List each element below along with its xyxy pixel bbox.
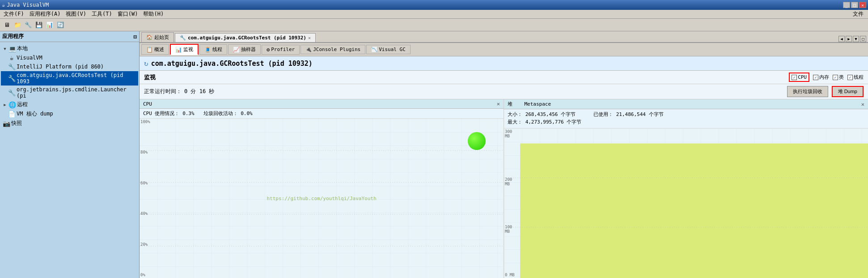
tab-main-icon: 🔧: [180, 35, 186, 41]
heap-used-value: 21,486,544 个字节: [616, 111, 664, 117]
sidebar-gcroots-label: com.atguigu.java.GCRootsTest (pid 1093: [17, 72, 136, 85]
sidebar-item-intellij[interactable]: 🔧 IntelliJ Platform (pid 860): [1, 62, 138, 71]
inner-tab-threads[interactable]: 🧵 线程: [199, 44, 227, 55]
inner-tab-profiler[interactable]: ⚙ Profiler: [262, 45, 300, 55]
cpu-check-icon: ✓: [792, 75, 797, 80]
toolbar-btn-2[interactable]: 📁: [13, 20, 22, 30]
heap-max-value: 4,273,995,776 个字节: [525, 119, 582, 125]
heap-chart-svg: [504, 128, 868, 278]
sidebar-item-visualvm[interactable]: ☕ VisualVM: [1, 53, 138, 62]
monitor-controls: ✓ CPU ✓ 内存 ✓ 类 ✓ 线程: [789, 73, 864, 82]
refresh-icon: ↻: [144, 59, 148, 68]
svg-rect-6: [520, 143, 868, 278]
inner-tab-sampler[interactable]: 📈 抽样器: [228, 44, 261, 55]
cpu-chart-close[interactable]: ✕: [497, 101, 500, 107]
profiler-tab-icon: ⚙: [267, 47, 270, 53]
toolbar-btn-4[interactable]: 💾: [34, 20, 44, 30]
cpu-y-60: 60%: [140, 181, 155, 185]
heap-used-label-text: 已使用：: [593, 111, 613, 117]
heap-chart-header: 堆 Metaspace ✕: [504, 99, 868, 109]
cpu-y-0: 0%: [140, 273, 155, 277]
heap-y-100: 100 MB: [505, 225, 519, 234]
visualgc-tab-icon: 📉: [371, 47, 377, 52]
menu-applications[interactable]: 应用程序(A): [27, 10, 64, 18]
cpu-y-100: 100%: [140, 120, 155, 124]
tab-start-label: 起始页: [154, 34, 169, 41]
sidebar-item-gcroots[interactable]: 🔧 com.atguigu.java.GCRootsTest (pid 1093: [1, 71, 138, 86]
inner-tab-threads-label: 线程: [212, 46, 222, 53]
tab-nav-next[interactable]: ▶: [846, 36, 852, 42]
toolbar-btn-6[interactable]: 🔄: [55, 20, 65, 30]
tab-main-close[interactable]: ✕: [308, 35, 311, 40]
inner-tab-monitor[interactable]: 📊 监视: [170, 44, 199, 55]
menu-tools[interactable]: 工具(T): [89, 10, 115, 18]
menu-help[interactable]: 帮助(H): [140, 10, 166, 18]
menu-window[interactable]: 窗口(W): [115, 10, 141, 18]
window-title: Java VisualVM: [7, 2, 49, 8]
sidebar-item-snapshot[interactable]: 📷 快照: [1, 119, 138, 128]
monitor-content: ↻ com.atguigu.java.GCRootsTest (pid 1093…: [140, 56, 868, 278]
tab-nav-max[interactable]: □: [860, 36, 866, 42]
heap-max-label: 最大： 4,273,995,776 个字节: [508, 119, 581, 125]
inner-tab-overview-label: 概述: [154, 46, 164, 53]
launcher-icon: 🔧: [8, 89, 15, 96]
sidebar-item-vmdump[interactable]: 📄 VM 核心 dump: [1, 109, 138, 119]
minimize-button[interactable]: _: [843, 2, 850, 8]
heap-dump-button[interactable]: 堆 Dump: [832, 86, 864, 97]
checkbox-threads[interactable]: ✓ 线程: [847, 74, 864, 81]
tab-controls: ◀ ▶ ▼ □: [838, 36, 866, 42]
sampler-tab-icon: 📈: [233, 47, 240, 53]
monitor-tab-icon: 📊: [175, 47, 182, 53]
cpu-gc-label: 垃圾回收活动： 0.0%: [203, 110, 253, 117]
charts-area: CPU ✕ CPU 使用情况： 0.3% 垃圾回收活动： 0.0%: [140, 99, 868, 278]
metaspace-title-text: Metaspace: [525, 101, 551, 107]
tab-nav-down[interactable]: ▼: [853, 36, 859, 42]
toolbar-btn-1[interactable]: 🖥: [2, 20, 12, 30]
overview-tab-icon: 📋: [146, 47, 153, 53]
toolbar-btn-3[interactable]: 🔧: [23, 20, 33, 30]
uptime-value: 0 分 16 秒: [184, 88, 214, 95]
sidebar-item-launcher[interactable]: 🔧 org.jetbrains.jps.cmdline.Launcher (pi: [1, 86, 138, 100]
sidebar-collapse-icon[interactable]: ⊟: [134, 34, 137, 40]
checkbox-memory[interactable]: ✓ 内存: [813, 74, 829, 81]
cpu-chart-header: CPU ✕: [140, 99, 504, 109]
jconsole-tab-icon: 🔌: [305, 47, 312, 52]
maximize-button[interactable]: □: [851, 2, 858, 8]
sidebar-remote-label: 远程: [17, 101, 28, 108]
cpu-gc-label-text: 垃圾回收活动：: [203, 111, 238, 116]
monitor-section-label: 监视: [144, 73, 156, 81]
inner-tab-visualgc[interactable]: 📉 Visual GC: [366, 45, 411, 54]
heap-stat-row-2: 最大： 4,273,995,776 个字节: [508, 119, 864, 125]
tab-nav-prev[interactable]: ◀: [838, 36, 845, 42]
cpu-chart-stats: CPU 使用情况： 0.3% 垃圾回收活动： 0.0%: [140, 109, 504, 119]
toolbar-btn-5[interactable]: 📊: [45, 20, 55, 30]
menu-file[interactable]: 文件(F): [1, 10, 27, 18]
cpu-y-80: 80%: [140, 150, 155, 154]
visualvm-icon: ☕: [8, 54, 15, 61]
gc-button[interactable]: 执行垃圾回收: [787, 86, 828, 97]
tab-start[interactable]: 🏠 起始页: [141, 32, 174, 42]
main-layout: 应用程序 ⊟ ▼ 💻 本地 ☕ VisualVM 🔧 IntelliJ Plat…: [0, 31, 868, 278]
inner-tab-overview[interactable]: 📋 概述: [141, 44, 169, 55]
toolbar: 🖥 📁 🔧 💾 📊 🔄: [0, 19, 868, 31]
checkbox-cpu[interactable]: ✓ CPU: [789, 73, 809, 82]
sidebar-local-label: 本地: [17, 45, 28, 52]
heap-chart-close[interactable]: ✕: [861, 101, 864, 107]
inner-tab-jconsole[interactable]: 🔌 JConsole Plugins: [301, 45, 365, 54]
sidebar-launcher-label: org.jetbrains.jps.cmdline.Launcher (pi: [17, 86, 136, 99]
sidebar-item-local[interactable]: ▼ 💻 本地: [1, 44, 138, 53]
sidebar-header: 应用程序 ⊟: [0, 31, 139, 42]
chart-watermark: https://github.com/youthlqi/JavaYouth: [267, 196, 376, 201]
checkbox-class[interactable]: ✓ 类: [833, 74, 844, 81]
menu-view[interactable]: 视图(V): [63, 10, 89, 18]
inner-tab-visualgc-label: Visual GC: [379, 47, 406, 52]
heap-y-labels: 300 MB 200 MB 100 MB 0 MB: [504, 128, 520, 278]
vmdump-icon: 📄: [8, 111, 15, 118]
sidebar-item-remote[interactable]: ▶ 🌐 远程: [1, 100, 138, 109]
tab-main[interactable]: 🔧 com.atguigu.java.GCRootsTest (pid 1093…: [175, 33, 316, 42]
cursor-circle: [468, 132, 486, 150]
threads-tab-icon: 🧵: [204, 47, 211, 53]
close-button[interactable]: ✕: [859, 2, 866, 8]
heap-chart-title: 堆 Metaspace: [508, 101, 551, 107]
heap-y-300: 300 MB: [505, 129, 519, 138]
